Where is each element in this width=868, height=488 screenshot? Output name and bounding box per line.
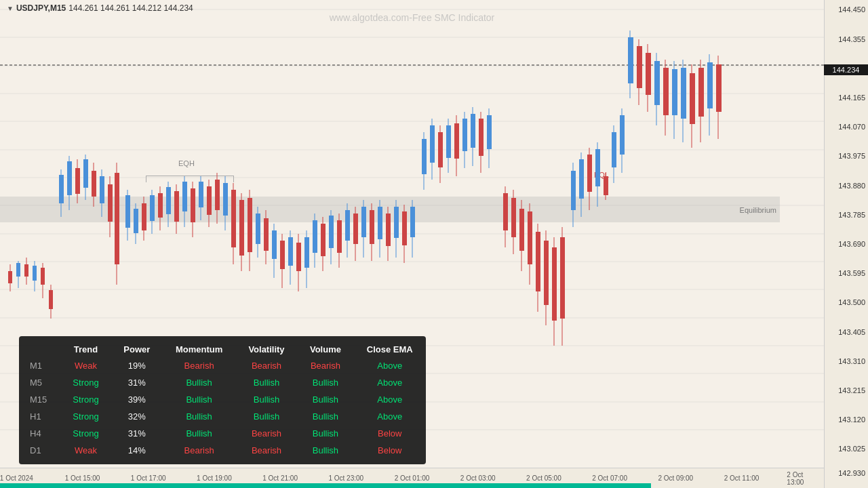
- cell-trend: Weak: [60, 442, 111, 459]
- svg-rect-102: [353, 214, 358, 244]
- svg-rect-58: [174, 191, 179, 222]
- cell-volume: Bearish: [297, 357, 353, 374]
- cell-momentum: Bullish: [163, 391, 236, 408]
- table-row: M15Strong39%BullishBullishBullishAbove: [19, 391, 426, 408]
- cell-trend: Strong: [60, 391, 111, 408]
- price-label-7: 143.880: [838, 182, 865, 190]
- svg-rect-20: [16, 263, 20, 277]
- svg-rect-82: [272, 230, 277, 259]
- svg-rect-156: [587, 155, 592, 192]
- svg-rect-92: [313, 220, 317, 253]
- cell-close-ema: Above: [354, 391, 427, 408]
- col-header-close-ema: Close EMA: [354, 342, 427, 357]
- svg-rect-26: [41, 268, 45, 285]
- time-label-8: 2 Oct 03:00: [460, 474, 496, 482]
- time-label-12: 2 Oct 11:00: [724, 474, 760, 482]
- svg-rect-64: [199, 182, 203, 207]
- svg-rect-36: [83, 159, 88, 188]
- svg-rect-88: [296, 243, 301, 271]
- price-label-13: 143.310: [838, 357, 865, 365]
- svg-rect-152: [571, 171, 576, 210]
- svg-rect-40: [100, 176, 104, 203]
- svg-rect-130: [471, 114, 475, 148]
- cell-tf: M15: [19, 391, 60, 408]
- svg-rect-84: [280, 241, 285, 269]
- col-header-volatility: Volatility: [236, 342, 298, 357]
- svg-rect-128: [462, 119, 467, 151]
- svg-rect-124: [446, 125, 451, 158]
- info-panel: Trend Power Momentum Volatility Volume C…: [19, 336, 426, 464]
- svg-rect-132: [479, 119, 484, 156]
- cell-trend: Strong: [60, 408, 111, 425]
- col-header-power: Power: [111, 342, 163, 357]
- svg-rect-180: [690, 73, 695, 124]
- time-label-1: 1 Oct 2024: [0, 474, 33, 482]
- cell-momentum: Bullish: [163, 425, 236, 442]
- table-row: D1Weak14%BearishBearishBullishBelow: [19, 442, 426, 459]
- time-label-13: 2 Oct 13:00: [787, 471, 811, 486]
- cell-volatility: Bearish: [236, 357, 298, 374]
- time-label-3: 1 Oct 17:00: [131, 474, 166, 482]
- svg-rect-106: [370, 210, 374, 244]
- svg-rect-142: [528, 211, 532, 264]
- svg-rect-54: [158, 193, 163, 218]
- svg-rect-50: [142, 203, 146, 230]
- cell-power: 19%: [111, 357, 163, 374]
- svg-rect-56: [166, 187, 171, 214]
- price-label-9: 143.690: [838, 240, 865, 248]
- svg-rect-80: [264, 218, 269, 251]
- svg-rect-32: [67, 161, 72, 195]
- svg-rect-176: [672, 69, 677, 115]
- cell-volume: Bullish: [297, 425, 353, 442]
- cell-trend: Strong: [60, 425, 111, 442]
- progress-bar: [0, 483, 651, 488]
- table-row: M5Strong31%BullishBullishBullishAbove: [19, 374, 426, 391]
- price-label-8: 143.785: [838, 211, 865, 219]
- svg-rect-48: [134, 209, 138, 233]
- time-label-10: 2 Oct 07:00: [592, 474, 627, 482]
- symbol-arrow: ▼: [7, 5, 14, 12]
- price-label-4: 144.165: [838, 94, 865, 102]
- cell-power: 31%: [111, 374, 163, 391]
- time-label-2: 1 Oct 15:00: [65, 474, 100, 482]
- svg-rect-24: [33, 266, 37, 281]
- svg-rect-74: [239, 200, 244, 256]
- svg-rect-100: [345, 210, 350, 241]
- svg-rect-114: [402, 211, 407, 245]
- symbol-name: USDJPY,M15: [16, 3, 66, 13]
- cell-momentum: Bullish: [163, 374, 236, 391]
- svg-rect-72: [231, 190, 236, 247]
- price-label-1: 144.450: [838, 5, 865, 14]
- cell-close-ema: Above: [354, 408, 427, 425]
- price-label-15: 143.120: [838, 415, 865, 424]
- svg-rect-134: [487, 115, 492, 149]
- svg-rect-170: [646, 53, 651, 95]
- cell-momentum: Bearish: [163, 357, 236, 374]
- svg-rect-144: [536, 232, 540, 291]
- svg-rect-90: [304, 237, 309, 268]
- col-header-tf: [19, 342, 60, 357]
- col-header-volume: Volume: [297, 342, 353, 357]
- svg-rect-118: [422, 139, 427, 174]
- cell-volume: Bullish: [297, 442, 353, 459]
- time-label-6: 1 Oct 23:00: [328, 474, 363, 482]
- cell-tf: M1: [19, 357, 60, 374]
- price-label-5: 144.070: [838, 123, 865, 131]
- svg-rect-126: [454, 123, 459, 159]
- cell-momentum: Bullish: [163, 408, 236, 425]
- cell-close-ema: Below: [354, 442, 427, 459]
- cell-tf: H1: [19, 408, 60, 425]
- svg-rect-174: [663, 68, 669, 115]
- svg-rect-138: [511, 198, 516, 237]
- symbol-values: 144.261 144.261 144.212 144.234: [68, 3, 193, 13]
- svg-rect-120: [430, 125, 435, 163]
- svg-rect-86: [288, 237, 293, 266]
- svg-rect-70: [223, 183, 228, 216]
- svg-rect-172: [654, 61, 660, 105]
- cell-close-ema: Above: [354, 357, 427, 374]
- svg-rect-136: [503, 193, 508, 230]
- price-label-17: 142.930: [838, 469, 865, 477]
- cell-volatility: Bullish: [236, 408, 298, 425]
- svg-rect-158: [595, 149, 600, 186]
- table-row: M1Weak19%BearishBearishBearishAbove: [19, 357, 426, 374]
